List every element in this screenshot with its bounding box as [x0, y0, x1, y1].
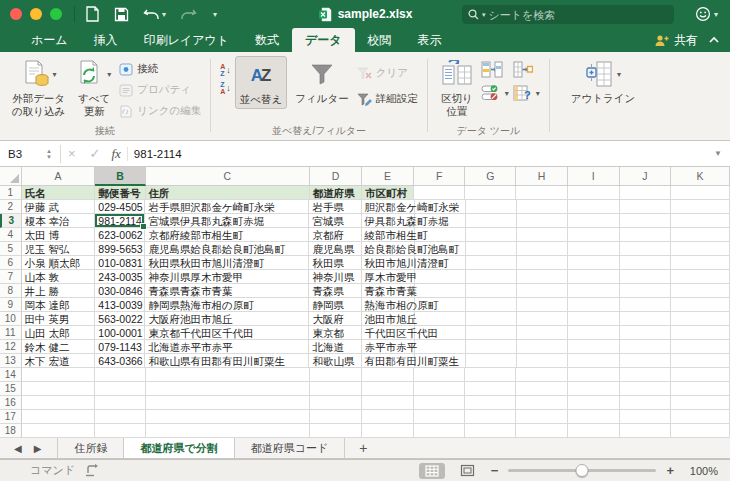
cell-D13[interactable]: 和歌山県: [309, 354, 361, 368]
column-header-F[interactable]: F: [414, 167, 465, 186]
cell-G11[interactable]: [466, 326, 517, 340]
cell-C4[interactable]: 京都府綾部市相生町: [145, 228, 309, 242]
cell-A12[interactable]: 鈴木 健二: [22, 340, 96, 354]
cell-B3[interactable]: 981-2114: [95, 214, 145, 228]
refresh-all-caret[interactable]: ▾: [107, 70, 111, 79]
feedback-control[interactable]: ▾: [695, 6, 718, 22]
cell-E5[interactable]: 姶良郡姶良町池島町: [362, 242, 415, 256]
cell-E1[interactable]: 市区町村: [362, 186, 414, 200]
redo-button[interactable]: [180, 7, 197, 21]
cell-E3[interactable]: 伊具郡丸森町赤堀: [362, 214, 415, 228]
cell-B11[interactable]: 100-0001: [95, 326, 145, 340]
cell-G6[interactable]: [466, 256, 517, 270]
row-header-1[interactable]: 1: [0, 186, 22, 200]
cell-F1[interactable]: [414, 186, 465, 200]
data-validation-caret[interactable]: ▾: [505, 89, 509, 98]
cell-B12[interactable]: 079-1143: [95, 340, 145, 354]
sheet-next-icon[interactable]: ▶: [34, 443, 42, 454]
cell-C5[interactable]: 鹿児島県姶良郡姶良町池島町: [145, 242, 309, 256]
cell-J11[interactable]: [620, 326, 671, 340]
cell-D8[interactable]: 青森県: [309, 284, 361, 298]
cell-K16[interactable]: [671, 396, 730, 410]
save-icon[interactable]: [114, 7, 129, 22]
cell-B9[interactable]: 413-0039: [95, 298, 145, 312]
row-header-18[interactable]: 18: [0, 424, 22, 438]
share-button[interactable]: 共有: [654, 32, 698, 49]
cell-H10[interactable]: [517, 312, 568, 326]
cell-H2[interactable]: [517, 200, 568, 214]
ribbon-tab-formulas[interactable]: 数式: [242, 28, 292, 52]
sheet-tab-1[interactable]: 都道府県で分割: [123, 438, 233, 458]
cell-I18[interactable]: [568, 424, 620, 438]
cell-J6[interactable]: [620, 256, 671, 270]
cell-F8[interactable]: [415, 284, 466, 298]
cell-E14[interactable]: [362, 368, 414, 382]
normal-view-button[interactable]: [419, 463, 445, 479]
cell-F14[interactable]: [414, 368, 465, 382]
cell-C7[interactable]: 神奈川県厚木市愛甲: [145, 270, 309, 284]
sort-descending-button[interactable]: ZA↓: [220, 80, 231, 95]
row-header-17[interactable]: 17: [0, 410, 22, 424]
ribbon-tab-view[interactable]: 表示: [405, 28, 455, 52]
consolidate-button[interactable]: [481, 60, 509, 78]
cell-J13[interactable]: [620, 354, 671, 368]
cell-E16[interactable]: [362, 396, 414, 410]
zoom-in-button[interactable]: +: [666, 463, 674, 478]
cell-D11[interactable]: 東京都: [309, 326, 361, 340]
cell-H18[interactable]: [516, 424, 567, 438]
cell-D14[interactable]: [310, 368, 362, 382]
cell-E7[interactable]: 厚木市愛甲: [362, 270, 415, 284]
ribbon-tab-page-layout[interactable]: 印刷レイアウト: [131, 28, 242, 52]
cell-H13[interactable]: [517, 354, 568, 368]
cell-C15[interactable]: [146, 382, 310, 396]
edit-links-button[interactable]: リンクの編集: [119, 102, 201, 120]
cell-I8[interactable]: [568, 284, 620, 298]
sheet-search-box[interactable]: ▾: [462, 5, 674, 24]
cell-K12[interactable]: [671, 340, 730, 354]
cell-K3[interactable]: [671, 214, 730, 228]
row-header-13[interactable]: 13: [0, 354, 22, 368]
customize-toolbar-caret[interactable]: ▾: [213, 10, 217, 19]
cell-C11[interactable]: 東京都千代田区千代田: [145, 326, 309, 340]
cell-G10[interactable]: [466, 312, 517, 326]
cell-J9[interactable]: [620, 298, 671, 312]
cell-J17[interactable]: [620, 410, 671, 424]
cell-I14[interactable]: [568, 368, 620, 382]
cell-A2[interactable]: 伊藤 武: [22, 200, 96, 214]
column-header-J[interactable]: J: [620, 167, 671, 186]
sheet-tab-0[interactable]: 住所録: [57, 438, 123, 458]
cell-D2[interactable]: 岩手県: [309, 200, 361, 214]
cell-G5[interactable]: [466, 242, 517, 256]
cell-B8[interactable]: 030-0846: [95, 284, 145, 298]
cell-C9[interactable]: 静岡県熱海市相の原町: [145, 298, 309, 312]
cell-F16[interactable]: [414, 396, 465, 410]
zoom-slider-thumb[interactable]: [576, 464, 589, 477]
cell-F18[interactable]: [414, 424, 465, 438]
cell-J10[interactable]: [620, 312, 671, 326]
column-header-H[interactable]: H: [516, 167, 567, 186]
cell-H4[interactable]: [517, 228, 568, 242]
cell-G14[interactable]: [465, 368, 516, 382]
cell-C16[interactable]: [146, 396, 310, 410]
cell-K10[interactable]: [671, 312, 730, 326]
cell-A13[interactable]: 木下 宏道: [22, 354, 96, 368]
connections-button[interactable]: 接続: [119, 60, 201, 78]
sheet-tab-2[interactable]: 都道府県コード: [234, 438, 346, 458]
cell-I15[interactable]: [568, 382, 620, 396]
row-header-2[interactable]: 2: [0, 200, 22, 214]
column-header-D[interactable]: D: [310, 167, 362, 186]
cell-G18[interactable]: [465, 424, 516, 438]
cell-E15[interactable]: [362, 382, 414, 396]
cell-C8[interactable]: 青森県青森市青葉: [145, 284, 309, 298]
formula-bar-expand-caret[interactable]: ▼: [714, 149, 722, 158]
cell-H14[interactable]: [516, 368, 567, 382]
what-if-analysis-caret[interactable]: ▾: [536, 89, 540, 98]
column-header-K[interactable]: K: [671, 167, 730, 186]
cell-F15[interactable]: [414, 382, 465, 396]
ribbon-tab-home[interactable]: ホーム: [18, 28, 81, 52]
minimize-window-button[interactable]: [30, 8, 42, 20]
cell-E6[interactable]: 秋田市旭川清澄町: [362, 256, 415, 270]
cell-D4[interactable]: 京都府: [309, 228, 361, 242]
cell-I17[interactable]: [568, 410, 620, 424]
row-header-7[interactable]: 7: [0, 270, 22, 284]
